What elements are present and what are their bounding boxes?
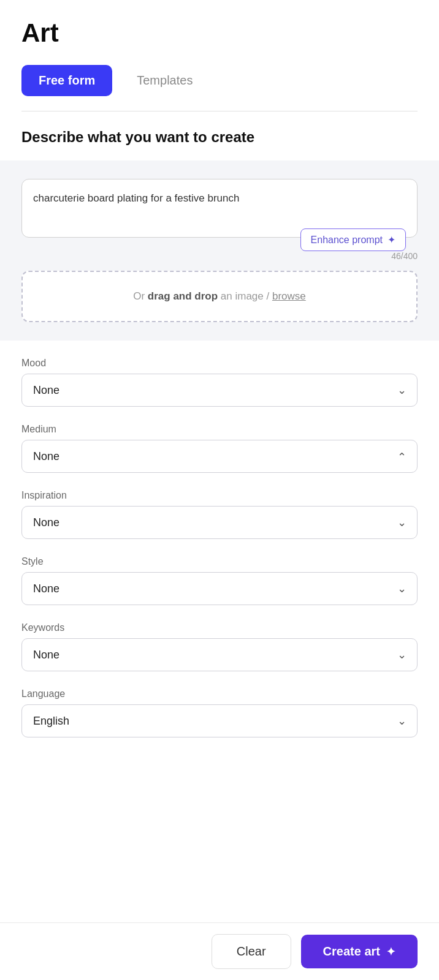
language-label: Language — [21, 688, 418, 699]
page-title: Art — [21, 18, 418, 48]
bottom-bar: Clear Create art ✦ — [0, 922, 439, 980]
create-art-button[interactable]: Create art ✦ — [301, 935, 418, 968]
drag-drop-prefix: Or — [133, 290, 148, 302]
style-select[interactable]: None — [21, 572, 418, 605]
prompt-box: charcuterie board plating for a festive … — [21, 179, 418, 238]
page-container: Art Free form Templates Describe what yo… — [0, 0, 439, 811]
keywords-select-wrapper: None ⌄ — [21, 638, 418, 671]
mood-field-group: Mood None ⌄ — [21, 358, 418, 407]
drag-drop-bold: drag and drop — [148, 290, 218, 302]
mood-select-wrapper: None ⌄ — [21, 374, 418, 407]
medium-field-group: Medium None ⌄ — [21, 424, 418, 473]
language-select[interactable]: English — [21, 704, 418, 737]
tab-templates[interactable]: Templates — [124, 65, 205, 96]
style-select-wrapper: None ⌄ — [21, 572, 418, 605]
tab-free-form[interactable]: Free form — [21, 65, 112, 96]
keywords-field-group: Keywords None ⌄ — [21, 622, 418, 671]
create-art-label: Create art — [323, 944, 380, 959]
inspiration-field-group: Inspiration None ⌄ — [21, 490, 418, 539]
medium-select[interactable]: None — [21, 440, 418, 473]
divider — [21, 111, 418, 111]
mood-select[interactable]: None — [21, 374, 418, 407]
language-field-group: Language English ⌄ — [21, 688, 418, 737]
medium-select-wrapper: None ⌄ — [21, 440, 418, 473]
medium-label: Medium — [21, 424, 418, 435]
char-count: 46/400 — [21, 251, 418, 261]
prompt-text[interactable]: charcuterie board plating for a festive … — [33, 190, 406, 220]
drag-drop-middle: an image / — [218, 290, 272, 302]
language-select-wrapper: English ⌄ — [21, 704, 418, 737]
drag-drop-area[interactable]: Or drag and drop an image / browse — [21, 271, 418, 322]
keywords-label: Keywords — [21, 622, 418, 633]
inspiration-select[interactable]: None — [21, 506, 418, 539]
inspiration-label: Inspiration — [21, 490, 418, 501]
sparkle-enhance-icon: ✦ — [387, 234, 395, 246]
inspiration-select-wrapper: None ⌄ — [21, 506, 418, 539]
enhance-prompt-button[interactable]: Enhance prompt ✦ — [300, 228, 406, 251]
section-title: Describe what you want to create — [21, 129, 418, 146]
enhance-label: Enhance prompt — [311, 235, 383, 246]
tab-bar: Free form Templates — [21, 65, 418, 96]
clear-button[interactable]: Clear — [212, 934, 291, 969]
browse-link[interactable]: browse — [272, 290, 306, 302]
mood-label: Mood — [21, 358, 418, 369]
keywords-select[interactable]: None — [21, 638, 418, 671]
content-area: charcuterie board plating for a festive … — [0, 160, 439, 341]
style-label: Style — [21, 556, 418, 567]
style-field-group: Style None ⌄ — [21, 556, 418, 605]
create-sparkle-icon: ✦ — [386, 945, 395, 959]
